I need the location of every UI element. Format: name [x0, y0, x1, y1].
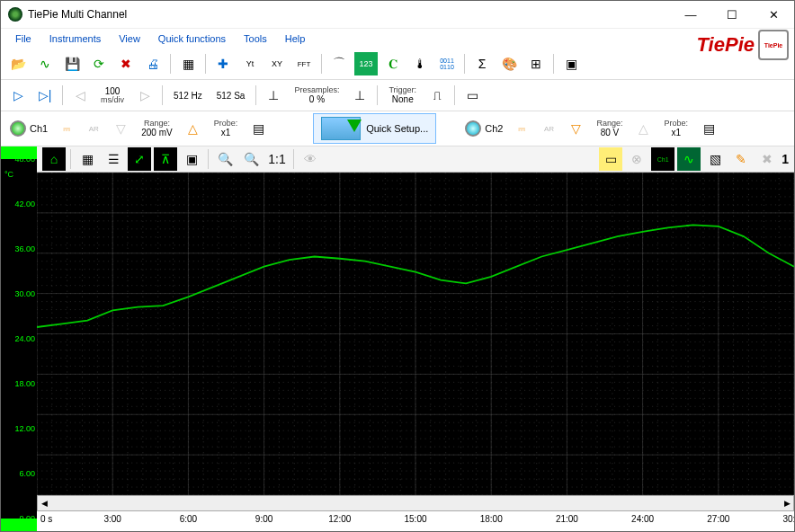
crosshair-icon[interactable]: ✚: [211, 52, 235, 75]
slider-icon[interactable]: ⊞: [524, 52, 548, 75]
quick-setup-label: Quick Setup...: [366, 123, 428, 134]
ch2-range-up-icon[interactable]: △: [632, 117, 656, 140]
ch1-autorange-icon[interactable]: AR: [82, 117, 105, 140]
meter-icon[interactable]: 𝐂: [381, 52, 405, 75]
y-tick: 30.00: [14, 289, 35, 298]
plot-select-icon[interactable]: ▣: [180, 147, 203, 171]
plot-grid-icon[interactable]: ▦: [76, 147, 99, 171]
menu-file[interactable]: File: [6, 31, 40, 47]
open-icon[interactable]: 📂: [6, 52, 30, 75]
fft-mode-icon[interactable]: FFT: [292, 52, 316, 75]
ch2-indicator-icon[interactable]: [465, 120, 481, 137]
app-icon: [8, 7, 22, 22]
y-tick: 36.00: [14, 244, 35, 253]
layout-icon[interactable]: ▦: [176, 52, 200, 75]
menubar: File Instruments View Quick functions To…: [1, 29, 794, 49]
temp-icon[interactable]: 🌡: [408, 52, 432, 75]
presamples-display[interactable]: Presamples: 0 %: [289, 84, 344, 107]
trigger-level2-icon[interactable]: ⊥: [348, 84, 371, 107]
ch2-probe-value: x1: [671, 128, 681, 137]
brand-logo: TiePie TiePie: [697, 30, 789, 60]
scroll-right-icon[interactable]: ▶: [781, 497, 793, 510]
print-icon[interactable]: 🖨: [141, 52, 165, 75]
menu-quickfunctions[interactable]: Quick functions: [149, 31, 235, 47]
samplerate-display[interactable]: 512 Hz: [168, 84, 208, 107]
single-icon[interactable]: ▷|: [33, 84, 57, 107]
envelope-icon[interactable]: ⌒: [327, 52, 351, 75]
ch2-range-down-icon[interactable]: ▽: [564, 117, 587, 140]
graph-scrollbar[interactable]: ◀ ▶: [37, 495, 794, 511]
menu-help[interactable]: Help: [276, 31, 315, 47]
ch2-probe-display[interactable]: Probe: x1: [659, 117, 694, 140]
separator: [321, 54, 322, 74]
ch1-settings-icon[interactable]: ▤: [246, 117, 270, 140]
timebase-next-icon[interactable]: ▷: [133, 84, 156, 107]
ch2-label: Ch2: [485, 123, 503, 134]
ch1-range-down-icon[interactable]: ▽: [109, 117, 132, 140]
wave-icon[interactable]: ∿: [677, 147, 701, 171]
link-icon[interactable]: ⊗: [625, 147, 648, 171]
x-tick: 21:00: [556, 514, 578, 524]
binary-icon[interactable]: 00110110: [435, 52, 459, 75]
menu-instruments[interactable]: Instruments: [40, 31, 110, 47]
ch1-coupling-icon[interactable]: ⎓: [55, 117, 78, 140]
menu-view[interactable]: View: [110, 31, 149, 47]
plot-zoom-y-icon[interactable]: ⤢: [128, 147, 151, 171]
trigger-window-icon[interactable]: ▭: [460, 84, 484, 107]
sigma-icon[interactable]: Σ: [470, 52, 494, 75]
graph-canvas[interactable]: [37, 173, 794, 495]
delete-icon[interactable]: ✖: [114, 52, 138, 75]
ch1-probe-display[interactable]: Probe: x1: [209, 117, 244, 140]
x-tick: 12:00: [328, 514, 351, 524]
edit-icon[interactable]: ✎: [729, 147, 753, 171]
plot-list-icon[interactable]: ☰: [102, 147, 125, 171]
timebase-unit: ms/div: [101, 96, 124, 105]
ch1-indicator-icon[interactable]: [10, 120, 26, 137]
quick-setup-button[interactable]: Quick Setup...: [313, 113, 436, 144]
ch1-range-display[interactable]: Range: 200 mV: [136, 117, 177, 140]
plot-area: 48.0042.0036.0030.0024.0018.0012.006.000…: [1, 146, 794, 531]
ch1-group: Ch1: [6, 120, 51, 137]
wave-load-icon[interactable]: ∿: [33, 52, 57, 75]
menu-tools[interactable]: Tools: [235, 31, 276, 47]
run-icon[interactable]: ▷: [6, 84, 30, 107]
ch2-range-display[interactable]: Range: 80 V: [591, 117, 628, 140]
zoom-out-icon[interactable]: 🔍: [239, 147, 263, 171]
visibility-icon[interactable]: 👁: [299, 147, 322, 171]
refresh-icon[interactable]: ⟳: [87, 52, 111, 75]
x-tick: 24:00: [631, 514, 654, 524]
chip-icon[interactable]: ▣: [559, 52, 583, 75]
zoom-in-icon[interactable]: 🔍: [213, 147, 237, 171]
timebase-value: 100: [105, 86, 121, 96]
save-icon[interactable]: 💾: [60, 52, 84, 75]
ch2-settings-icon[interactable]: ▤: [697, 117, 720, 140]
colors-icon[interactable]: ▧: [703, 147, 727, 171]
clear-icon[interactable]: ✖: [755, 147, 779, 171]
note-icon[interactable]: ▭: [599, 147, 622, 171]
timebase-display[interactable]: 100 ms/div: [95, 84, 130, 107]
legend-toggle-icon[interactable]: Ch1: [651, 147, 674, 171]
minimize-button[interactable]: —: [670, 1, 711, 28]
ch2-range-label: Range:: [596, 120, 622, 129]
zoom-reset-icon[interactable]: 1:1: [265, 147, 289, 171]
palette-icon[interactable]: 🎨: [497, 52, 521, 75]
scroll-left-icon[interactable]: ◀: [38, 497, 50, 510]
plot-autorange-icon[interactable]: ⊼: [154, 147, 177, 171]
trigger-display[interactable]: Trigger: None: [383, 84, 422, 107]
trigger-edge-icon[interactable]: ⎍: [425, 84, 449, 107]
ch1-range-up-icon[interactable]: △: [182, 117, 205, 140]
trace-count: 1: [782, 152, 789, 166]
ch2-coupling-icon[interactable]: ⎓: [510, 117, 533, 140]
digital-readout-icon[interactable]: 123: [354, 52, 378, 75]
separator: [293, 149, 294, 169]
yt-mode-icon[interactable]: Yt: [238, 52, 262, 75]
ch1-probe-label: Probe:: [214, 120, 238, 129]
samples-display[interactable]: 512 Sa: [211, 84, 251, 107]
ch2-autorange-icon[interactable]: AR: [537, 117, 560, 140]
timebase-prev-icon[interactable]: ◁: [68, 84, 92, 107]
maximize-button[interactable]: ☐: [711, 1, 753, 28]
plot-home-icon[interactable]: ⌂: [42, 147, 66, 171]
xy-mode-icon[interactable]: XY: [265, 52, 289, 75]
close-button[interactable]: ✕: [753, 1, 794, 28]
trigger-level-icon[interactable]: ⊥: [262, 84, 285, 107]
